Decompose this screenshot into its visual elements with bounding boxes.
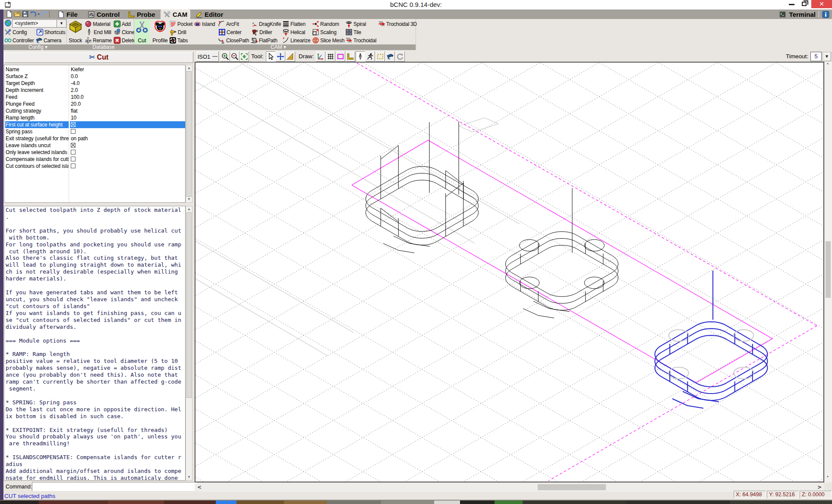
ribbon-item-config[interactable]: Config — [4, 28, 27, 36]
property-value[interactable]: 2.0 — [70, 87, 185, 94]
property-value[interactable]: 10 — [70, 114, 185, 121]
ribbon-item-stock[interactable]: Stock — [67, 19, 84, 44]
ribbon-item-tabs[interactable]: Tabs — [169, 36, 188, 44]
tab-terminal[interactable]: Terminal — [789, 11, 816, 18]
scrollbar-thumb[interactable] — [186, 212, 192, 398]
zoom-fit-button[interactable] — [240, 51, 249, 62]
scroll-down-icon[interactable]: ▼ — [186, 197, 192, 202]
scrollbar-thumb[interactable] — [538, 484, 606, 490]
tab-probe[interactable]: Probe — [125, 9, 158, 19]
property-row-leave[interactable]: Leave islands uncut — [4, 142, 185, 149]
property-value[interactable]: flat — [70, 107, 185, 114]
info-icon[interactable] — [822, 11, 829, 18]
axes-button[interactable] — [316, 51, 325, 62]
scroll-up-icon[interactable]: ▲ — [186, 66, 192, 71]
ribbon-item-profile[interactable]: Profile — [151, 19, 169, 44]
scroll-down-icon[interactable]: ˅ — [826, 476, 829, 482]
ribbon-item-helical[interactable]: Helical — [282, 28, 305, 36]
tab-control[interactable]: Control — [85, 9, 123, 19]
checkbox-checked-icon[interactable] — [71, 122, 76, 127]
group-label-database[interactable]: Database — [78, 44, 129, 50]
scrollbar-thumb[interactable] — [826, 241, 831, 298]
tab-file[interactable]: File — [54, 9, 81, 19]
help-scrollbar[interactable]: ▲ ▼ — [186, 206, 192, 481]
property-value[interactable]: on path — [70, 135, 185, 142]
checkbox-unchecked-icon[interactable] — [71, 129, 76, 134]
property-row-plunge[interactable]: Plunge Feed20.0 — [4, 101, 185, 107]
maximize-button[interactable] — [798, 0, 811, 8]
checkbox-unchecked-icon[interactable] — [71, 164, 76, 168]
probe-ruler2-button[interactable] — [346, 51, 355, 62]
properties-scrollbar[interactable]: ▲ ▼ — [186, 65, 192, 203]
command-input[interactable] — [32, 482, 197, 491]
property-value[interactable] — [70, 156, 185, 163]
system-combo-dropdown[interactable]: ▼ — [57, 19, 66, 28]
margin-rect-button[interactable] — [336, 51, 345, 62]
property-row-depth[interactable]: Depth Increment2.0 — [4, 87, 185, 94]
ribbon-item-material[interactable]: Material — [85, 20, 110, 28]
ribbon-item-linearize[interactable]: Linearize — [282, 36, 310, 44]
property-value[interactable] — [70, 121, 185, 128]
property-row-feed[interactable]: Feed100.0 — [4, 94, 185, 101]
property-row-target[interactable]: Target Depth-4.0 — [4, 80, 185, 87]
new-file-icon[interactable] — [6, 10, 13, 18]
open-folder-icon[interactable] — [14, 10, 21, 18]
scroll-up-icon[interactable]: ▲ — [186, 207, 192, 212]
workarea-rect-button[interactable] — [375, 51, 385, 62]
tab-cam[interactable]: CAM — [161, 9, 190, 19]
ribbon-item-controller[interactable]: Controller — [4, 36, 34, 44]
ribbon-item-trochoidal-3d[interactable]: Trochoidal 3D — [378, 20, 417, 28]
gauge-button[interactable] — [286, 51, 295, 62]
property-row-cutting[interactable]: Cutting strategyflat — [4, 107, 185, 114]
ribbon-item-dragknife[interactable]: DragKnife — [251, 20, 281, 28]
tab-editor[interactable]: Editor — [192, 9, 226, 19]
scroll-up-icon[interactable]: ˄ — [826, 63, 829, 69]
property-row-name[interactable]: NameKiefer — [4, 66, 185, 73]
ribbon-item-end-mill[interactable]: End Mill — [85, 28, 111, 36]
property-value[interactable] — [70, 163, 185, 170]
group-label-config[interactable]: Config ▾ — [12, 44, 64, 50]
magnifier-minus-button[interactable] — [230, 51, 240, 62]
ribbon-item-island[interactable]: Island — [194, 20, 215, 28]
view-select-button[interactable]: ISO1 — [196, 51, 219, 62]
ribbon-item-camera[interactable]: Camera — [35, 36, 61, 44]
timeout-dropdown[interactable]: ▼ — [823, 52, 831, 61]
ribbon-item-clone[interactable]: Clone — [113, 28, 135, 36]
ribbon-item-flatten[interactable]: Flatten — [282, 20, 306, 28]
minimize-button[interactable] — [785, 0, 798, 8]
paths-endmill-button[interactable] — [356, 51, 365, 62]
ribbon-item-random[interactable]: Random — [312, 20, 339, 28]
ribbon-item-spiral[interactable]: Spiral — [345, 20, 366, 28]
property-row-compensate[interactable]: Compensate islands for cutter radius — [4, 156, 185, 163]
redo-icon[interactable] — [41, 10, 48, 18]
rapid-runner-button[interactable] — [366, 51, 375, 62]
camera-view-button[interactable] — [385, 51, 395, 62]
ribbon-item-closepath[interactable]: ClosePath — [218, 36, 249, 44]
scroll-down-icon[interactable]: ▼ — [186, 475, 192, 480]
ribbon-item-trochoidal[interactable]: Trochoidal — [345, 36, 376, 44]
cursor-button[interactable] — [266, 51, 275, 62]
group-label-cam[interactable]: CAM ▾ — [252, 44, 304, 50]
property-row-first[interactable]: First cut at surface height — [4, 121, 185, 128]
save-icon[interactable] — [22, 10, 29, 18]
undo-icon[interactable] — [29, 10, 37, 18]
property-row-only[interactable]: Only leave selected islands uncut — [4, 149, 185, 156]
pan-move-button[interactable] — [276, 51, 285, 62]
property-value[interactable]: -4.0 — [70, 80, 185, 87]
ribbon-item-scaling[interactable]: Scaling — [312, 28, 337, 36]
property-value[interactable]: 20.0 — [70, 101, 185, 107]
refresh-button[interactable] — [395, 51, 405, 62]
property-row-exit[interactable]: Exit strategy (usefull for threads)on pa… — [4, 135, 185, 142]
ribbon-item-arcfit[interactable]: ArcFit — [218, 20, 239, 28]
gcode-canvas[interactable] — [195, 62, 824, 482]
property-row-spring[interactable]: Spring pass — [4, 128, 185, 135]
grid-button[interactable] — [326, 51, 335, 62]
property-row-ramp[interactable]: Ramp length10 — [4, 114, 185, 121]
ribbon-item-center[interactable]: Center — [218, 28, 242, 36]
property-value[interactable]: Kiefer — [70, 66, 185, 73]
property-value[interactable]: 100.0 — [70, 94, 185, 101]
scrollbar-thumb[interactable] — [186, 71, 192, 197]
ribbon-item-rename[interactable]: aeRename — [85, 36, 112, 44]
scroll-right-icon[interactable]: > — [817, 484, 822, 490]
property-value[interactable] — [70, 149, 185, 156]
